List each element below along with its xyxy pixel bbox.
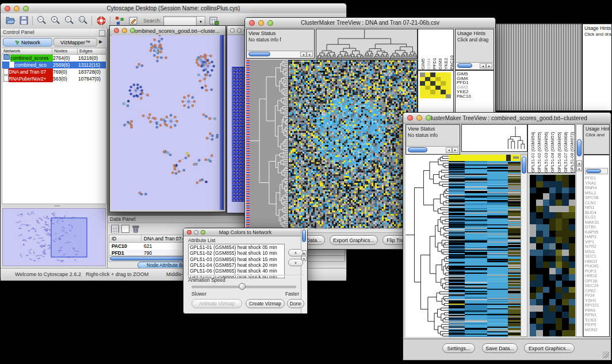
vscrollbar-thumb[interactable] xyxy=(522,156,526,174)
matrix-cell[interactable] xyxy=(420,94,425,99)
zoom-button[interactable] xyxy=(426,115,431,121)
matrix-cell[interactable] xyxy=(441,86,446,90)
matrix-cell[interactable] xyxy=(430,94,435,99)
heatmap-vscrollbar[interactable] xyxy=(521,155,527,337)
network-row[interactable]: combined_scores 2764(0) 16218(0) xyxy=(2,55,106,62)
matrix-cell[interactable] xyxy=(446,94,451,99)
hscrollbar-thumb[interactable] xyxy=(408,147,427,152)
matrix-cell[interactable] xyxy=(446,72,451,77)
attribute-list[interactable]: GPL51-01 (GSM854) heat shock 05 minGPL51… xyxy=(188,244,285,278)
matrix-cell[interactable] xyxy=(430,90,435,94)
column-label[interactable]: GIM5 xyxy=(420,32,426,70)
zoom-in-icon[interactable]: + xyxy=(50,16,60,26)
column-label[interactable]: GIM3 xyxy=(438,32,443,70)
close-button[interactable] xyxy=(230,28,235,33)
zoom-button[interactable] xyxy=(23,6,29,12)
column-network[interactable]: Network xyxy=(2,48,52,55)
column-label[interactable]: GPL51-06 (GSM865) xyxy=(557,127,562,173)
annotation-icon[interactable] xyxy=(128,16,139,26)
matrix-cell[interactable] xyxy=(446,90,451,94)
row-dendrogram[interactable] xyxy=(250,60,288,228)
scroll-right-arrow[interactable]: ► xyxy=(452,147,458,153)
network-overview-thumbnail[interactable] xyxy=(2,208,106,266)
help-ring-icon[interactable] xyxy=(96,16,106,26)
export-graphics-button[interactable]: Export Graphics... xyxy=(330,235,378,245)
new-attribute-icon[interactable] xyxy=(121,225,129,233)
export-graphics-button[interactable]: Export Graphics... xyxy=(524,343,575,353)
column-id[interactable]: ID xyxy=(109,235,141,242)
matrix-cell[interactable] xyxy=(446,81,451,86)
matrix-cell[interactable] xyxy=(435,81,441,86)
zoom-fit-icon[interactable]: 1:1 xyxy=(78,16,88,26)
matrix-cell[interactable] xyxy=(430,72,435,77)
hscrollbar-thumb[interactable] xyxy=(248,52,270,56)
gene-label[interactable]: MON2 xyxy=(585,328,609,333)
import-table-icon[interactable] xyxy=(209,16,219,26)
minimize-button[interactable] xyxy=(194,230,198,235)
scroll-right-arrow[interactable]: ► xyxy=(486,63,492,68)
resize-grip[interactable] xyxy=(602,351,609,358)
matrix-cell[interactable] xyxy=(435,72,441,77)
tab-overflow-arrow[interactable]: ▶ xyxy=(99,39,102,44)
attribute-list-item[interactable]: GPL51-01 (GSM854) heat shock 05 min xyxy=(189,244,284,250)
view-status-hscrollbar[interactable]: ◄ ► xyxy=(407,146,459,154)
matrix-cell[interactable] xyxy=(425,81,430,86)
zoom-out-icon[interactable]: − xyxy=(36,16,47,26)
attribute-list-item[interactable]: GPL51-06 (GSM865) heat shock 40 min xyxy=(189,268,284,274)
hscrollbar-thumb[interactable] xyxy=(586,169,601,173)
scroll-right-arrow[interactable]: ► xyxy=(307,52,313,57)
matrix-cell[interactable] xyxy=(430,77,435,82)
move-up-button[interactable]: ∧ xyxy=(288,249,303,256)
matrix-cell[interactable] xyxy=(420,77,425,82)
matrix-cell[interactable] xyxy=(425,90,430,94)
zoom-button[interactable] xyxy=(267,20,273,26)
panel-divider[interactable] xyxy=(2,204,106,208)
matrix-cell[interactable] xyxy=(420,86,425,90)
column-label[interactable]: GIM4 xyxy=(426,32,431,70)
matrix-cell[interactable] xyxy=(430,81,435,86)
matrix-cell[interactable] xyxy=(425,77,430,82)
network-row[interactable]: RNAPuberNov2+ 563(0) 107847(0) xyxy=(2,75,106,82)
matrix-cell[interactable] xyxy=(441,72,446,77)
settings-button[interactable]: Settings... xyxy=(442,343,475,353)
column-label[interactable]: PAC10 xyxy=(449,32,454,70)
matrix-cell[interactable] xyxy=(446,77,451,82)
scroll-left-arrow[interactable]: ◄ xyxy=(300,52,307,57)
attribute-list-item[interactable]: GPL51-02 (GSM855) heat shock 10 min xyxy=(189,250,284,256)
matrix-cell[interactable] xyxy=(430,86,435,90)
scroll-down-arrow[interactable]: ▼ xyxy=(576,166,582,171)
vscrollbar-thumb[interactable] xyxy=(302,229,306,242)
matrix-cell[interactable] xyxy=(435,77,441,82)
column-label[interactable]: GPL51-02 (GSM855) xyxy=(537,127,542,173)
column-label[interactable]: GPL51-04 (GSM857) xyxy=(550,127,555,173)
close-button[interactable] xyxy=(5,6,10,12)
tab-vizmapper[interactable]: VizMapper™ xyxy=(53,38,97,47)
close-button[interactable] xyxy=(407,115,413,121)
matrix-cell[interactable] xyxy=(446,86,451,90)
zoom-matrix[interactable] xyxy=(420,72,451,98)
matrix-cell[interactable] xyxy=(435,86,441,90)
close-button[interactable] xyxy=(249,20,255,26)
matrix-cell[interactable] xyxy=(425,94,430,99)
column-dendrogram[interactable] xyxy=(506,126,526,149)
minimize-button[interactable] xyxy=(14,6,20,12)
usage-hints-hscrollbar[interactable]: ◄ ► xyxy=(456,62,493,69)
save-data-button[interactable]: Save Data... xyxy=(482,343,518,353)
create-vizmap-button[interactable]: Create Vizmap xyxy=(246,299,285,308)
matrix-cell[interactable] xyxy=(441,94,446,99)
zoom-heatmap[interactable] xyxy=(530,175,575,336)
scroll-left-arrow[interactable]: ◄ xyxy=(480,63,486,68)
scroll-left-arrow[interactable]: ◄ xyxy=(446,147,452,153)
delete-attribute-icon[interactable] xyxy=(132,225,140,233)
attribute-list-item[interactable]: GPL51-04 (GSM857) heat shock 20 min xyxy=(189,262,284,268)
column-label[interactable]: PFD1 xyxy=(432,32,437,70)
move-down-button[interactable]: ∨ xyxy=(288,259,303,266)
column-label[interactable]: GPL51-07 (GSM868) xyxy=(563,127,568,173)
slider-thumb[interactable] xyxy=(239,283,246,290)
tab-network[interactable]: Network xyxy=(3,38,52,47)
done-button[interactable]: Done xyxy=(287,299,304,308)
zoom-button[interactable] xyxy=(201,230,205,235)
column-label[interactable]: GPL51-08 (GSM872) xyxy=(569,127,575,173)
column-label[interactable]: GPL51-03 (GSM856) xyxy=(544,127,549,173)
minimize-button[interactable] xyxy=(122,28,127,33)
